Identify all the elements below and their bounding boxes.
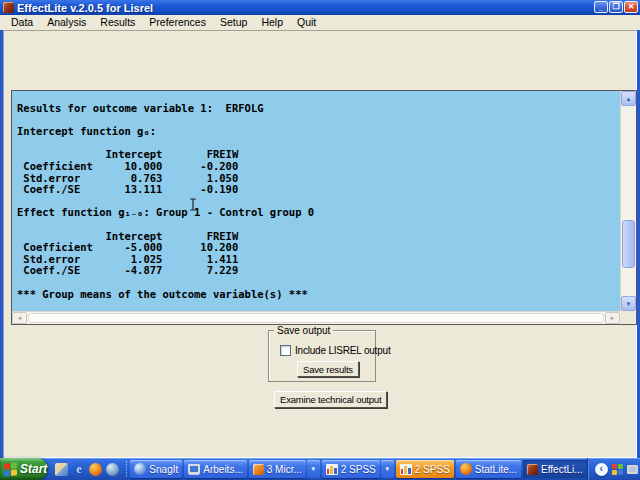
task-button-arbeitsplatz[interactable]: Arbeits...	[184, 460, 246, 478]
form-background: Results for outcome variable 1: ERFOLG I…	[0, 30, 640, 458]
minimize-button[interactable]: _	[594, 1, 608, 13]
include-lisrel-row: Include LISREL output	[280, 345, 391, 356]
task-label: 2 SPSS	[341, 464, 376, 475]
messenger-icon[interactable]	[612, 464, 623, 475]
vertical-scrollbar[interactable]: ▲ ▼	[620, 91, 636, 311]
taskbar: Start e SnagIt Arbeits... 3 Micr...	[0, 458, 640, 480]
menu-item-preferences[interactable]: Preferences	[142, 15, 213, 30]
vertical-scrollbar-thumb[interactable]	[622, 220, 635, 268]
text-cursor-ibeam	[189, 198, 197, 211]
task-label: SnagIt	[149, 464, 178, 475]
task-label: Arbeits...	[203, 464, 242, 475]
chevron-down-icon: ▾	[386, 465, 390, 473]
results-text[interactable]: Results for outcome variable 1: ERFOLG I…	[12, 91, 620, 311]
include-lisrel-checkbox[interactable]	[280, 345, 291, 356]
snagit-icon	[134, 463, 146, 475]
menu-item-data[interactable]: Data	[4, 15, 40, 30]
menu-item-quit[interactable]: Quit	[290, 15, 323, 30]
scroll-up-icon: ▲	[626, 96, 632, 102]
start-label: Start	[20, 462, 47, 476]
spss-icon	[400, 464, 412, 475]
chevron-left-icon: ‹	[599, 464, 602, 474]
save-results-button[interactable]: Save results	[297, 361, 359, 377]
my-computer-icon	[188, 464, 200, 474]
menu-item-setup[interactable]: Setup	[213, 15, 254, 30]
restore-button[interactable]: ❐	[609, 1, 623, 13]
task-button-spss-group[interactable]: 2 SPSS	[322, 460, 380, 478]
minimize-icon: _	[599, 4, 603, 12]
task-button-effectlite[interactable]: EffectLi...	[523, 460, 587, 478]
scrollbar-corner	[620, 311, 636, 324]
task-label: 2 SPSS	[415, 464, 450, 475]
effectlite-icon	[527, 464, 538, 475]
display-icon[interactable]	[627, 465, 638, 474]
scroll-right-icon: ►	[610, 315, 616, 321]
start-button[interactable]: Start	[0, 458, 47, 480]
office-icon	[253, 464, 264, 475]
scroll-down-icon: ▼	[626, 301, 632, 307]
task-label: EffectLi...	[541, 464, 583, 475]
scroll-up-button[interactable]: ▲	[621, 91, 636, 106]
firefox-icon[interactable]	[89, 463, 102, 476]
task-button-microsoft-group[interactable]: 3 Micr...	[249, 460, 306, 478]
firefox-icon	[460, 463, 472, 475]
task-button-snagit[interactable]: SnagIt	[130, 460, 182, 478]
ie-letter: e	[76, 462, 81, 477]
task-group-dropdown-button[interactable]: ▾	[307, 460, 320, 478]
task-buttons: SnagIt Arbeits... 3 Micr... ▾ 2 SPSS ▾	[130, 460, 586, 478]
task-group-dropdown-button[interactable]: ▾	[381, 460, 394, 478]
include-lisrel-label[interactable]: Include LISREL output	[295, 345, 391, 356]
scroll-left-icon: ◄	[17, 315, 23, 321]
window-controls: _ ❐ ✕	[594, 1, 638, 13]
restore-icon: ❐	[612, 3, 619, 11]
quick-launch-bar: e	[55, 463, 119, 476]
chevron-down-icon: ▾	[311, 465, 315, 473]
menu-item-results[interactable]: Results	[93, 15, 142, 30]
examine-technical-output-button[interactable]: Examine technical output	[274, 391, 387, 408]
horizontal-scrollbar-thumb[interactable]	[28, 313, 604, 323]
hide-icons-chevron[interactable]: ‹	[595, 463, 608, 476]
save-output-groupbox: Save output Include LISREL output Save r…	[268, 330, 376, 382]
task-group-spss: 2 SPSS ▾	[322, 460, 394, 478]
scroll-left-button[interactable]: ◄	[12, 312, 27, 324]
ie-icon[interactable]: e	[72, 463, 85, 476]
window-title: EffectLite v.2.0.5 for Lisrel	[17, 2, 594, 14]
spss-icon	[326, 464, 338, 475]
task-label: StatLite...	[475, 464, 517, 475]
effectlite-app-icon	[3, 2, 14, 13]
task-button-spss-alert[interactable]: 2 SPSS	[396, 460, 454, 478]
mail-icon[interactable]	[55, 463, 68, 476]
windows-flag-icon	[4, 462, 17, 476]
scroll-right-button[interactable]: ►	[605, 312, 620, 324]
system-tray: ‹ ✱ 09:23	[587, 458, 640, 480]
scroll-down-button[interactable]: ▼	[621, 296, 636, 311]
save-output-group-label: Save output	[274, 325, 333, 336]
close-icon: ✕	[628, 3, 635, 11]
title-bar: EffectLite v.2.0.5 for Lisrel _ ❐ ✕	[0, 0, 640, 15]
menu-item-analysis[interactable]: Analysis	[40, 15, 93, 30]
screen: EffectLite v.2.0.5 for Lisrel _ ❐ ✕ Data…	[0, 0, 640, 480]
task-label: 3 Micr...	[267, 464, 302, 475]
results-output-control: Results for outcome variable 1: ERFOLG I…	[11, 90, 637, 325]
horizontal-scrollbar[interactable]: ◄ ►	[12, 311, 620, 324]
close-button[interactable]: ✕	[624, 1, 638, 13]
menu-item-help[interactable]: Help	[254, 15, 290, 30]
menu-bar: Data Analysis Results Preferences Setup …	[0, 15, 640, 30]
taskbar-separator	[126, 461, 127, 477]
task-group-microsoft: 3 Micr... ▾	[249, 460, 320, 478]
task-button-statlite[interactable]: StatLite...	[456, 460, 521, 478]
globe-icon[interactable]	[106, 463, 119, 476]
